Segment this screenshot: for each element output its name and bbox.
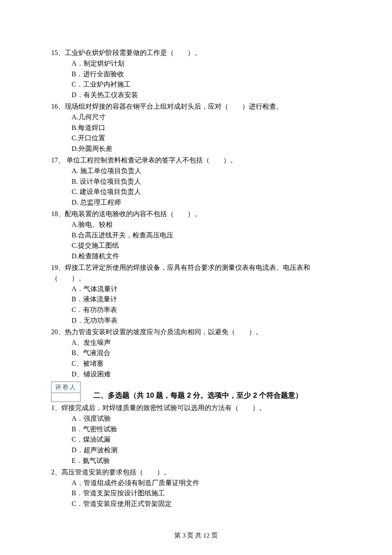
reviewer-label: 评卷人: [52, 382, 80, 393]
options: A.验电、较相 B.合高压进线开关，检查高压电压 C.提交施工图纸 D.检查随机…: [51, 220, 341, 262]
question-number: 18、: [51, 210, 65, 217]
question-19: 19、焊接工艺评定所使用的焊接设备，应具有符合要求的测量仪表有电流表、电压表和 …: [51, 263, 341, 326]
question-stem: 18、配电装置的送电验收的内容不包括（ ）。: [51, 209, 341, 220]
option-c: C、被堵塞: [72, 358, 341, 369]
question-15: 15、工业炉在烘炉阶段需要做的工作是（ ）。 A．制定烘炉计划 B．进行全面验收…: [51, 48, 341, 101]
options: A、发生噪声 B、气液混合 C、被堵塞 D、铺设困难: [51, 338, 341, 380]
option-b: B.合高压进线开关，检查高压电压: [72, 230, 341, 241]
question-number: 1、: [51, 404, 61, 411]
reviewer-box: 评卷人: [51, 382, 81, 402]
option-b: B. 设计单位项目负责人: [72, 176, 341, 187]
question-stem: 17、 单位工程控制资料检查记录表的签字人不包括（ ）。: [51, 155, 341, 166]
option-a: A．管道组成件必须有制造厂质量证明文件: [72, 478, 341, 489]
question-stem: 1、焊接完成后，对焊缝质量的致密性试验可以选用的方法有（ ）。: [51, 403, 341, 413]
question-16: 16、现场组对焊接的容器在钢平台上组对成封头后，应对（ ）进行检查。 A.几何尺…: [51, 101, 341, 154]
question-text: 工业炉在烘炉阶段需要做的工作是（ ）。: [65, 49, 201, 56]
question-18: 18、配电装置的送电验收的内容不包括（ ）。 A.验电、较相 B.合高压进线开关…: [51, 209, 341, 262]
question-stem: 15、工业炉在烘炉阶段需要做的工作是（ ）。: [51, 48, 341, 58]
question-number: 16、: [51, 103, 65, 110]
option-a: A．强度试验: [72, 413, 341, 424]
option-c: C．管道安装应使用正式管架固定: [72, 499, 341, 509]
options: A．管道组成件必须有制造厂质量证明文件 B．管道支架应按设计图纸施工 C．管道安…: [51, 478, 341, 509]
reviewer-empty-cell: [52, 393, 80, 402]
option-b: B．管道支架应按设计图纸施工: [72, 488, 341, 499]
page: 15、工业炉在烘炉阶段需要做的工作是（ ）。 A．制定烘炉计划 B．进行全面验收…: [0, 0, 392, 555]
option-c: C．工业炉内衬施工: [72, 79, 341, 90]
section2-question-2: 2、高压管道安装的要求包括（ ）。 A．管道组成件必须有制造厂质量证明文件 B．…: [51, 467, 341, 509]
question-number: 19、: [51, 264, 65, 271]
option-a: A、发生噪声: [72, 338, 341, 348]
question-stem-continuation: （ ）。: [51, 273, 341, 284]
section2-question-1: 1、焊接完成后，对焊缝质量的致密性试验可以选用的方法有（ ）。 A．强度试验 B…: [51, 403, 341, 466]
page-footer: 第 3 页 共 12 页: [0, 531, 392, 541]
question-number: 2、: [51, 468, 61, 476]
options: A．制定烘炉计划 B．进行全面验收 C．工业炉内衬施工 D．有关热工仪表安装: [51, 58, 341, 101]
option-b: B．气密性试验: [72, 424, 341, 435]
option-c: C．有功功率表: [72, 305, 341, 315]
option-a: A. 施工单位项目负责人: [72, 166, 341, 176]
question-text: 焊接工艺评定所使用的焊接设备，应具有符合要求的测量仪表有电流表、电压表和: [65, 264, 310, 271]
option-b: B.每道焊口: [72, 123, 341, 133]
section-heading-row: 评卷人 二、多选题（共 10 题，每题 2 分。选项中，至少 2 个符合题意）: [51, 380, 341, 402]
option-e: E．氨气试验: [72, 456, 341, 466]
option-c: C.开口位置: [72, 133, 341, 144]
option-b: B．液体流量计: [72, 294, 341, 305]
option-d: D．无功功率表: [72, 315, 341, 326]
question-number: 17、: [51, 156, 65, 164]
option-a: A.几何尺寸: [72, 112, 341, 123]
option-c: C.提交施工图纸: [72, 240, 341, 251]
question-number: 20、: [51, 328, 65, 335]
option-a: A．制定烘炉计划: [72, 58, 341, 69]
question-text: 配电装置的送电验收的内容不包括（ ）。: [65, 210, 201, 217]
option-a: A.验电、较相: [72, 220, 341, 230]
section-2-heading: 二、多选题（共 10 题，每题 2 分。选项中，至少 2 个符合题意）: [93, 390, 303, 402]
question-stem: 19、焊接工艺评定所使用的焊接设备，应具有符合要求的测量仪表有电流表、电压表和: [51, 263, 341, 273]
options: A．气体流量计 B．液体流量计 C．有功功率表 D．无功功率表: [51, 284, 341, 326]
question-20: 20、热力管道安装时设置的坡度应与介质流向相同，以避免（ ）。 A、发生噪声 B…: [51, 327, 341, 380]
question-stem: 2、高压管道安装的要求包括（ ）。: [51, 467, 341, 478]
option-b: B．进行全面验收: [72, 69, 341, 80]
question-stem: 16、现场组对焊接的容器在钢平台上组对成封头后，应对（ ）进行检查。: [51, 101, 341, 112]
option-d: D．超声波检测: [72, 445, 341, 456]
question-text: 单位工程控制资料检查记录表的签字人不包括（ ）。: [65, 156, 237, 164]
question-text: 现场组对焊接的容器在钢平台上组对成封头后，应对（ ）进行检查。: [65, 103, 283, 110]
question-text: 高压管道安装的要求包括（ ）。: [61, 468, 170, 476]
option-d: D. 总监理工程师: [72, 197, 341, 208]
option-d: D、铺设困难: [72, 369, 341, 380]
option-c: C．煤油试漏: [72, 434, 341, 445]
option-c: C. 建设单位项目负责人: [72, 187, 341, 197]
option-a: A．气体流量计: [72, 284, 341, 295]
question-17: 17、 单位工程控制资料检查记录表的签字人不包括（ ）。 A. 施工单位项目负责…: [51, 155, 341, 208]
option-d: D.检查随机文件: [72, 251, 341, 262]
question-stem: 20、热力管道安装时设置的坡度应与介质流向相同，以避免（ ）。: [51, 327, 341, 338]
question-text: 焊接完成后，对焊缝质量的致密性试验可以选用的方法有（ ）。: [61, 404, 266, 411]
options: A. 施工单位项目负责人 B. 设计单位项目负责人 C. 建设单位项目负责人 D…: [51, 166, 341, 208]
options: A.几何尺寸 B.每道焊口 C.开口位置 D.外圆周长差: [51, 112, 341, 154]
option-d: D．有关热工仪表安装: [72, 90, 341, 101]
options: A．强度试验 B．气密性试验 C．煤油试漏 D．超声波检测 E．氨气试验: [51, 413, 341, 466]
question-number: 15、: [51, 49, 65, 56]
question-text: 热力管道安装时设置的坡度应与介质流向相同，以避免（ ）。: [65, 328, 262, 335]
option-d: D.外圆周长差: [72, 144, 341, 154]
option-b: B、气液混合: [72, 348, 341, 358]
